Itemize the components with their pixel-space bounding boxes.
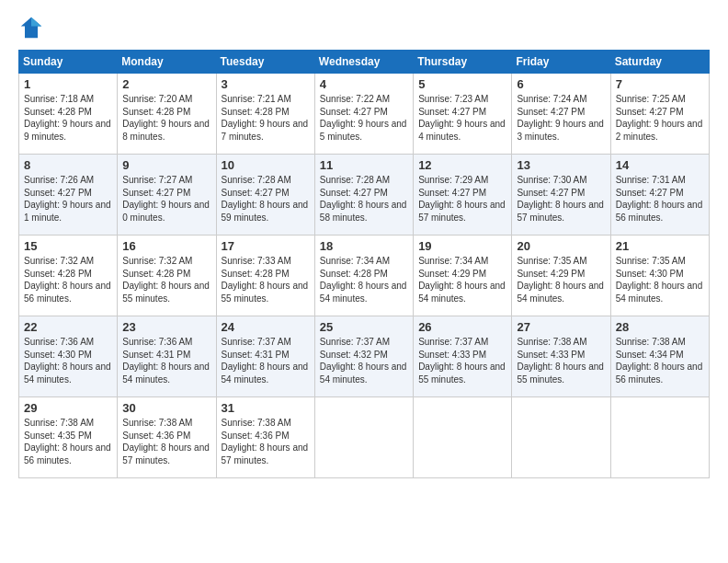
day-cell: 16Sunrise: 7:32 AMSunset: 4:28 PMDayligh… bbox=[118, 236, 216, 316]
day-info: Sunrise: 7:38 AMSunset: 4:34 PMDaylight:… bbox=[616, 336, 704, 385]
day-info: Sunrise: 7:27 AMSunset: 4:27 PMDaylight:… bbox=[122, 174, 210, 224]
day-info: Sunrise: 7:38 AMSunset: 4:35 PMDaylight:… bbox=[24, 417, 112, 466]
day-info: Sunrise: 7:36 AMSunset: 4:30 PMDaylight:… bbox=[24, 336, 112, 385]
day-number: 23 bbox=[122, 320, 210, 334]
day-cell: 18Sunrise: 7:34 AMSunset: 4:28 PMDayligh… bbox=[314, 236, 413, 316]
day-info: Sunrise: 7:23 AMSunset: 4:27 PMDaylight:… bbox=[418, 93, 506, 143]
week-row-5: 29Sunrise: 7:38 AMSunset: 4:35 PMDayligh… bbox=[19, 397, 710, 478]
day-cell: 31Sunrise: 7:38 AMSunset: 4:36 PMDayligh… bbox=[216, 397, 314, 478]
day-info: Sunrise: 7:34 AMSunset: 4:28 PMDaylight:… bbox=[320, 255, 408, 304]
day-cell: 28Sunrise: 7:38 AMSunset: 4:34 PMDayligh… bbox=[610, 316, 709, 397]
day-cell: 14Sunrise: 7:31 AMSunset: 4:27 PMDayligh… bbox=[610, 155, 709, 236]
day-info: Sunrise: 7:35 AMSunset: 4:30 PMDaylight:… bbox=[616, 255, 704, 304]
day-info: Sunrise: 7:34 AMSunset: 4:29 PMDaylight:… bbox=[418, 255, 506, 304]
calendar-header-row: SundayMondayTuesdayWednesdayThursdayFrid… bbox=[19, 51, 710, 74]
day-number: 13 bbox=[517, 158, 605, 172]
header bbox=[18, 15, 710, 40]
day-number: 27 bbox=[517, 320, 605, 334]
header-monday: Monday bbox=[118, 51, 216, 74]
day-info: Sunrise: 7:26 AMSunset: 4:27 PMDaylight:… bbox=[24, 174, 112, 224]
day-info: Sunrise: 7:30 AMSunset: 4:27 PMDaylight:… bbox=[517, 174, 605, 224]
day-cell: 27Sunrise: 7:38 AMSunset: 4:33 PMDayligh… bbox=[512, 316, 610, 397]
day-number: 28 bbox=[616, 320, 704, 334]
day-number: 11 bbox=[320, 158, 408, 172]
day-number: 17 bbox=[222, 239, 310, 253]
day-cell bbox=[610, 397, 709, 478]
day-number: 12 bbox=[418, 158, 506, 172]
day-info: Sunrise: 7:29 AMSunset: 4:27 PMDaylight:… bbox=[418, 174, 506, 224]
day-info: Sunrise: 7:38 AMSunset: 4:36 PMDaylight:… bbox=[222, 417, 310, 466]
page: SundayMondayTuesdayWednesdayThursdayFrid… bbox=[0, 0, 728, 563]
day-cell bbox=[512, 397, 610, 478]
day-cell bbox=[414, 397, 512, 478]
day-cell: 20Sunrise: 7:35 AMSunset: 4:29 PMDayligh… bbox=[512, 236, 610, 316]
day-info: Sunrise: 7:38 AMSunset: 4:36 PMDaylight:… bbox=[122, 417, 210, 466]
week-row-3: 15Sunrise: 7:32 AMSunset: 4:28 PMDayligh… bbox=[19, 236, 710, 316]
calendar-body: 1Sunrise: 7:18 AMSunset: 4:28 PMDaylight… bbox=[19, 74, 710, 478]
day-cell: 22Sunrise: 7:36 AMSunset: 4:30 PMDayligh… bbox=[19, 316, 118, 397]
day-info: Sunrise: 7:18 AMSunset: 4:28 PMDaylight:… bbox=[24, 93, 112, 143]
day-number: 29 bbox=[24, 401, 112, 415]
day-number: 25 bbox=[320, 320, 408, 334]
logo-icon bbox=[18, 15, 44, 40]
day-info: Sunrise: 7:38 AMSunset: 4:33 PMDaylight:… bbox=[517, 336, 605, 385]
day-cell: 9Sunrise: 7:27 AMSunset: 4:27 PMDaylight… bbox=[118, 155, 216, 236]
day-info: Sunrise: 7:37 AMSunset: 4:33 PMDaylight:… bbox=[418, 336, 506, 385]
day-cell: 2Sunrise: 7:20 AMSunset: 4:28 PMDaylight… bbox=[118, 74, 216, 155]
day-number: 7 bbox=[616, 77, 704, 91]
header-sunday: Sunday bbox=[19, 51, 118, 74]
header-wednesday: Wednesday bbox=[314, 51, 413, 74]
day-info: Sunrise: 7:28 AMSunset: 4:27 PMDaylight:… bbox=[320, 174, 408, 224]
day-cell: 21Sunrise: 7:35 AMSunset: 4:30 PMDayligh… bbox=[610, 236, 709, 316]
day-info: Sunrise: 7:32 AMSunset: 4:28 PMDaylight:… bbox=[122, 255, 210, 304]
day-number: 2 bbox=[122, 77, 210, 91]
day-info: Sunrise: 7:35 AMSunset: 4:29 PMDaylight:… bbox=[517, 255, 605, 304]
week-row-1: 1Sunrise: 7:18 AMSunset: 4:28 PMDaylight… bbox=[19, 74, 710, 155]
day-number: 22 bbox=[24, 320, 112, 334]
day-number: 15 bbox=[24, 239, 112, 253]
header-tuesday: Tuesday bbox=[216, 51, 314, 74]
day-number: 3 bbox=[222, 77, 310, 91]
day-number: 31 bbox=[222, 401, 310, 415]
day-cell: 13Sunrise: 7:30 AMSunset: 4:27 PMDayligh… bbox=[512, 155, 610, 236]
day-cell: 26Sunrise: 7:37 AMSunset: 4:33 PMDayligh… bbox=[414, 316, 512, 397]
week-row-2: 8Sunrise: 7:26 AMSunset: 4:27 PMDaylight… bbox=[19, 155, 710, 236]
day-cell bbox=[314, 397, 413, 478]
day-cell: 6Sunrise: 7:24 AMSunset: 4:27 PMDaylight… bbox=[512, 74, 610, 155]
day-info: Sunrise: 7:25 AMSunset: 4:27 PMDaylight:… bbox=[616, 93, 704, 143]
day-number: 20 bbox=[517, 239, 605, 253]
day-number: 10 bbox=[222, 158, 310, 172]
day-info: Sunrise: 7:21 AMSunset: 4:28 PMDaylight:… bbox=[222, 93, 310, 143]
day-info: Sunrise: 7:32 AMSunset: 4:28 PMDaylight:… bbox=[24, 255, 112, 304]
day-number: 30 bbox=[122, 401, 210, 415]
day-info: Sunrise: 7:31 AMSunset: 4:27 PMDaylight:… bbox=[616, 174, 704, 224]
day-number: 8 bbox=[24, 158, 112, 172]
day-cell: 12Sunrise: 7:29 AMSunset: 4:27 PMDayligh… bbox=[414, 155, 512, 236]
day-cell: 29Sunrise: 7:38 AMSunset: 4:35 PMDayligh… bbox=[19, 397, 118, 478]
day-info: Sunrise: 7:36 AMSunset: 4:31 PMDaylight:… bbox=[122, 336, 210, 385]
day-info: Sunrise: 7:24 AMSunset: 4:27 PMDaylight:… bbox=[517, 93, 605, 143]
day-cell: 24Sunrise: 7:37 AMSunset: 4:31 PMDayligh… bbox=[216, 316, 314, 397]
day-info: Sunrise: 7:20 AMSunset: 4:28 PMDaylight:… bbox=[122, 93, 210, 143]
day-number: 1 bbox=[24, 77, 112, 91]
day-number: 19 bbox=[418, 239, 506, 253]
day-number: 21 bbox=[616, 239, 704, 253]
week-row-4: 22Sunrise: 7:36 AMSunset: 4:30 PMDayligh… bbox=[19, 316, 710, 397]
header-friday: Friday bbox=[512, 51, 610, 74]
day-cell: 8Sunrise: 7:26 AMSunset: 4:27 PMDaylight… bbox=[19, 155, 118, 236]
day-info: Sunrise: 7:28 AMSunset: 4:27 PMDaylight:… bbox=[222, 174, 310, 224]
day-cell: 3Sunrise: 7:21 AMSunset: 4:28 PMDaylight… bbox=[216, 74, 314, 155]
day-number: 18 bbox=[320, 239, 408, 253]
day-cell: 11Sunrise: 7:28 AMSunset: 4:27 PMDayligh… bbox=[314, 155, 413, 236]
day-number: 26 bbox=[418, 320, 506, 334]
calendar-table: SundayMondayTuesdayWednesdayThursdayFrid… bbox=[18, 50, 710, 478]
header-thursday: Thursday bbox=[414, 51, 512, 74]
day-number: 24 bbox=[222, 320, 310, 334]
day-cell: 4Sunrise: 7:22 AMSunset: 4:27 PMDaylight… bbox=[314, 74, 413, 155]
day-number: 5 bbox=[418, 77, 506, 91]
day-cell: 19Sunrise: 7:34 AMSunset: 4:29 PMDayligh… bbox=[414, 236, 512, 316]
day-info: Sunrise: 7:22 AMSunset: 4:27 PMDaylight:… bbox=[320, 93, 408, 143]
day-info: Sunrise: 7:37 AMSunset: 4:32 PMDaylight:… bbox=[320, 336, 408, 385]
day-cell: 5Sunrise: 7:23 AMSunset: 4:27 PMDaylight… bbox=[414, 74, 512, 155]
day-info: Sunrise: 7:37 AMSunset: 4:31 PMDaylight:… bbox=[222, 336, 310, 385]
